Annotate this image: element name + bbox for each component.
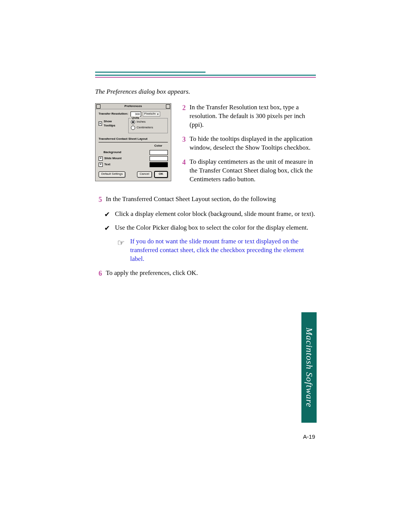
step-number-4: 4 xyxy=(179,158,186,184)
step-number-5: 5 xyxy=(95,195,102,204)
step-3-text: To hide the tooltips displayed in the ap… xyxy=(190,135,317,152)
header-rule-teal xyxy=(95,75,316,76)
slide-mount-label: Slide Mount xyxy=(104,157,121,161)
cancel-button[interactable]: Cancel xyxy=(137,171,152,177)
header-rule-magenta xyxy=(95,77,316,78)
side-tab: Macintosh Software xyxy=(301,312,317,423)
transfer-resolution-label: Transfer Resolution: xyxy=(99,112,128,116)
text-checkbox[interactable] xyxy=(99,163,103,167)
header-rule-short xyxy=(95,72,206,73)
preferences-dialog: Preferences Transfer Resolution: 300 Pix… xyxy=(95,103,170,181)
units-inches-label: Inches xyxy=(137,120,146,124)
step-6-text: To apply the preferences, click OK. xyxy=(106,269,317,278)
checkmark-icon: ✔ xyxy=(104,224,111,233)
step-5-text: In the Transferred Contact Sheet Layout … xyxy=(106,195,317,204)
close-box-icon[interactable] xyxy=(96,104,100,109)
step-2-text: In the Transfer Resolution text box, typ… xyxy=(190,103,317,129)
checkmark-icon: ✔ xyxy=(104,210,111,219)
units-group: Units Inches Centimeters xyxy=(128,118,168,133)
units-cm-label: Centimeters xyxy=(137,126,153,130)
resolution-unit-dropdown[interactable]: Pixels/In ▾ xyxy=(143,112,160,117)
default-settings-button[interactable]: Default Settings xyxy=(99,171,125,177)
background-label: Background xyxy=(104,150,121,155)
step-4-text: To display centimeters as the unit of me… xyxy=(190,158,317,184)
ok-button[interactable]: OK xyxy=(154,171,168,178)
text-color-swatch[interactable] xyxy=(150,162,168,167)
bullet-1-text: Click a display element color block (bac… xyxy=(115,210,317,219)
note-hand-icon: ☞ xyxy=(117,237,126,264)
units-cm-radio[interactable] xyxy=(131,126,135,130)
step-number-3: 3 xyxy=(179,135,186,152)
layout-section-header: Transferred Contact Sheet Layout xyxy=(99,137,168,141)
resolution-unit-label: Pixels/In xyxy=(144,112,156,116)
text-label: Text xyxy=(104,163,110,167)
bullet-2-text: Use the Color Picker dialog box to selec… xyxy=(115,224,317,233)
slide-mount-color-swatch[interactable] xyxy=(150,156,168,161)
note-text: If you do not want the slide mount frame… xyxy=(130,237,317,264)
divider xyxy=(99,142,168,142)
intro-text: The Preferences dialog box appears. xyxy=(95,88,317,96)
step-number-2: 2 xyxy=(179,103,186,129)
units-inches-radio[interactable] xyxy=(131,120,135,124)
step-number-6: 6 xyxy=(95,269,102,278)
show-tooltips-checkbox[interactable] xyxy=(99,121,102,126)
dialog-titlebar: Preferences xyxy=(96,104,171,109)
dialog-title: Preferences xyxy=(124,104,142,108)
slide-mount-checkbox[interactable] xyxy=(99,157,103,161)
content-area: The Preferences dialog box appears. Pref… xyxy=(95,88,317,283)
zoom-box-icon[interactable] xyxy=(166,104,170,109)
color-column-header: Color xyxy=(149,144,168,148)
chevron-down-icon: ▾ xyxy=(157,112,159,116)
background-color-swatch[interactable] xyxy=(150,150,168,155)
page-number: A-19 xyxy=(303,433,315,440)
show-tooltips-label: Show Tooltips xyxy=(104,120,121,128)
